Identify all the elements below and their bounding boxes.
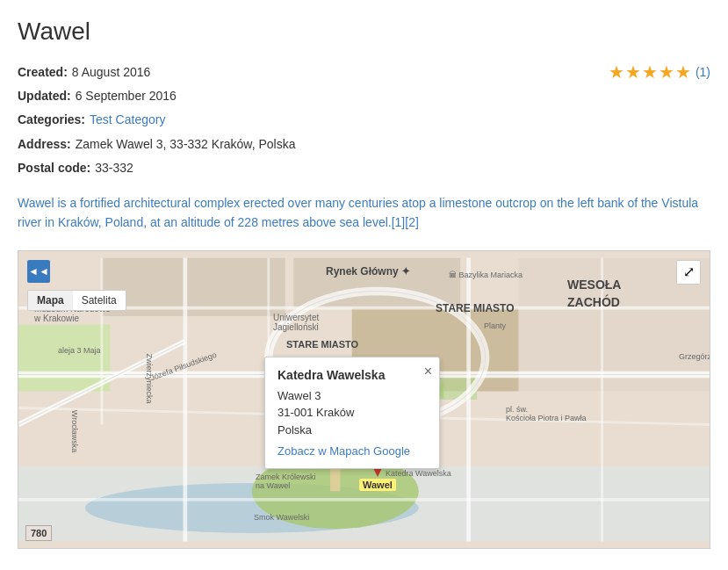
popup-address: Wawel 3 31-001 Kraków Polska xyxy=(278,387,414,439)
star-rating[interactable]: ★★★★★ xyxy=(609,61,692,83)
rating-count: (1) xyxy=(696,65,710,79)
description: Wawel is a fortified architectural compl… xyxy=(18,193,703,233)
map-container[interactable]: Mapa Satelita ◄◄ ⤢ Rynek Główny ✦ 🏛 Bazy… xyxy=(18,250,710,549)
postal-value: 33-332 xyxy=(95,157,133,179)
page-title: Wawel xyxy=(18,18,710,46)
fullscreen-icon: ⤢ xyxy=(683,263,695,280)
map-type-mapa-btn[interactable]: Mapa xyxy=(28,291,73,310)
popup-addr1: Wawel 3 xyxy=(278,389,321,402)
popup-maps-link[interactable]: Zobacz w Mapach Google xyxy=(278,444,410,458)
map-info-popup: × Katedra Wawelska Wawel 3 31-001 Kraków… xyxy=(264,357,440,470)
map-type-toggle[interactable]: Mapa Satelita xyxy=(27,290,126,311)
updated-value: 6 September 2016 xyxy=(76,85,177,107)
categories-label: Categories: xyxy=(18,109,85,131)
popup-addr3: Polska xyxy=(278,423,312,437)
category-link[interactable]: Test Category xyxy=(90,112,165,126)
map-fullscreen-btn[interactable]: ⤢ xyxy=(676,260,701,285)
map-nav-btn[interactable]: ◄◄ xyxy=(27,260,50,283)
address-value: Zamek Wawel 3, 33-332 Kraków, Polska xyxy=(76,133,296,155)
created-label: Created: xyxy=(18,61,68,83)
map-badge: 780 xyxy=(25,525,52,541)
created-value: 8 August 2016 xyxy=(72,61,151,83)
address-label: Address: xyxy=(18,133,71,155)
popup-title: Katedra Wawelska xyxy=(278,368,414,382)
updated-label: Updated: xyxy=(18,85,71,107)
pin-label: Wawel xyxy=(359,479,396,491)
popup-close-btn[interactable]: × xyxy=(424,364,432,379)
popup-addr2: 31-001 Kraków xyxy=(278,406,354,419)
postal-label: Postal code: xyxy=(18,157,90,179)
map-type-satelita-btn[interactable]: Satelita xyxy=(73,291,126,310)
svg-rect-1 xyxy=(18,324,110,391)
